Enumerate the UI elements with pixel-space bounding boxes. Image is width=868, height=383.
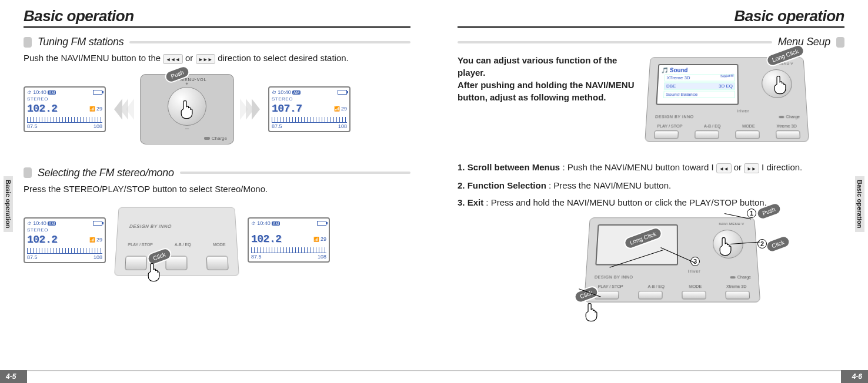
badge-2: 2 (757, 239, 767, 248)
device-buttons-wrap: DESIGN BY INNO PLAY / STOP A-B / EQ MODE… (116, 205, 237, 276)
text: direction to select desired station. (218, 53, 349, 63)
ab-eq-button[interactable] (166, 256, 188, 270)
hand-icon (583, 303, 600, 322)
section-rule (129, 41, 410, 43)
device-button-panel: DESIGN BY INNO PLAY / STOP A-B / EQ MODE (114, 207, 239, 276)
play-stop-button[interactable] (125, 256, 147, 270)
step-3: 3. Exit : Press and hold the NAVI/MENU b… (458, 197, 844, 207)
menu-intro-text: You can adjust various function of the p… (458, 54, 636, 103)
next-icon: ▸▸▸ (196, 54, 215, 64)
prev-icon: ◂◂ (716, 163, 732, 173)
text: You can adjust various function of the p… (458, 55, 617, 78)
lcd-screen-before: 10:40AM STEREO 102.2 29 87.5 108 (24, 86, 106, 132)
stereo-label: STEREO (272, 96, 347, 102)
section-stereomono-header: Selecting the FM stereo/mono (24, 167, 410, 179)
lcd-time: 10:40 (272, 89, 291, 95)
page-number-right: 4-6 (841, 370, 868, 383)
volume-value: 29 (313, 236, 326, 242)
click-callout: Click (766, 236, 790, 253)
lcd-ampm: AM (272, 221, 281, 226)
hand-icon (146, 263, 162, 283)
menu-title: Sound (661, 68, 735, 73)
range-high: 108 (94, 254, 102, 260)
lcd-time: 10:40 (27, 89, 46, 95)
charge-label: Charge (204, 136, 227, 141)
frequency-value: 102.2 (27, 103, 58, 115)
stereo-label: STEREO (27, 227, 102, 233)
play-stop-button[interactable] (595, 291, 619, 299)
range-high: 108 (318, 254, 326, 260)
battery-icon (317, 221, 326, 226)
lcd-screen-stereo: 10:40AM STEREO 102.2 29 87.5 108 (24, 217, 106, 263)
stereo-label: STEREO (27, 96, 102, 102)
lcd-screen-after: 10:40AM STEREO 107.7 29 87.5 108 (268, 86, 350, 132)
lcd-ampm: AM (48, 90, 56, 95)
section-tuning-label: Tuning FM stations (38, 36, 123, 48)
footer-rule (434, 370, 841, 371)
hand-icon (717, 237, 734, 257)
section-bullet (836, 37, 844, 48)
volume-value: 29 (334, 106, 347, 112)
button-label: MODE (742, 124, 755, 128)
battery-icon (93, 221, 102, 226)
page-title-right: Basic operation (458, 7, 844, 28)
volume-value: 29 (89, 106, 102, 112)
section-rule (458, 41, 772, 43)
badge-1: 1 (747, 209, 756, 218)
device-player: iriver Sound XTreme 3D DBE3D EQ Sound Ba… (645, 57, 809, 142)
lcd-screen-mono: 10:40AM 102.2 29 87.5 108 (248, 217, 330, 263)
xtreme3d-button[interactable] (725, 291, 750, 299)
ab-eq-button[interactable] (638, 291, 662, 299)
mode-button[interactable] (206, 256, 229, 270)
button-label: Xtreme 3D (776, 124, 797, 128)
lcd-time: 10:40 (27, 220, 46, 226)
section-menu-label: Menu Seup (778, 36, 830, 48)
page-number-left: 4-5 (0, 370, 27, 383)
charge-label: Charge (779, 115, 800, 119)
brand-label: DESIGN BY INNO (595, 275, 633, 279)
button-label: MODE (689, 284, 702, 288)
range-high: 108 (94, 123, 102, 129)
mode-button[interactable] (735, 130, 759, 139)
menu-intro-row: You can adjust various function of the p… (458, 54, 844, 142)
frequency-value: 102.2 (27, 234, 58, 246)
menu-steps: 1. Scroll between Menus : Push the NAVI/… (458, 162, 844, 207)
arrow-left-group (114, 99, 132, 120)
frequency-scale (27, 248, 102, 254)
button-label: PLAY / STOP (597, 284, 623, 288)
range-low: 87.5 (27, 254, 38, 260)
step-2: 2. Function Selection : Press the NAVI/M… (458, 180, 844, 190)
button-label: A-B / EQ (175, 242, 191, 246)
mode-button[interactable] (682, 291, 706, 299)
range-low: 87.5 (272, 123, 282, 129)
button-label: PLAY / STOP (657, 124, 682, 128)
page-title-left: Basic operation (24, 7, 410, 28)
frequency-scale (251, 247, 326, 253)
frequency-value: 102.2 (251, 233, 282, 245)
side-tab-right: Basic operation (855, 176, 864, 232)
range-high: 108 (338, 123, 347, 129)
battery-icon (338, 90, 347, 95)
section-bullet (24, 37, 32, 48)
play-stop-button[interactable] (653, 130, 678, 139)
device-navi-wheel: NAVI·MENU·VOL + – Charge Push (140, 74, 234, 145)
range-low: 87.5 (27, 123, 38, 129)
section-bullet (24, 167, 32, 178)
hand-icon (179, 100, 195, 120)
side-tab-left: Basic operation (4, 176, 13, 232)
menu-item[interactable]: Sound Balance (663, 91, 735, 98)
stereomono-illustration-row: 10:40AM STEREO 102.2 29 87.5 108 DESIGN … (24, 205, 410, 276)
ab-eq-button[interactable] (694, 130, 718, 139)
arc-label: NAVI·MENU·V (719, 222, 745, 225)
section-menu-header: Menu Seup (458, 36, 844, 48)
button-label: PLAY / STOP (128, 242, 152, 246)
frequency-scale (27, 117, 102, 123)
frequency-value: 107.7 (272, 103, 302, 115)
menu-item-selected[interactable]: DBE3D EQ (663, 82, 735, 89)
device-menu-wrap: iriver Sound XTreme 3D DBE3D EQ Sound Ba… (647, 54, 806, 142)
button-label: A-B / EQ (704, 124, 720, 128)
xtreme3d-button[interactable] (775, 130, 800, 139)
step-1: 1. Scroll between Menus : Push the NAVI/… (458, 162, 844, 173)
next-icon: ▸▸ (744, 163, 759, 173)
button-label: Xtreme 3D (726, 284, 747, 288)
